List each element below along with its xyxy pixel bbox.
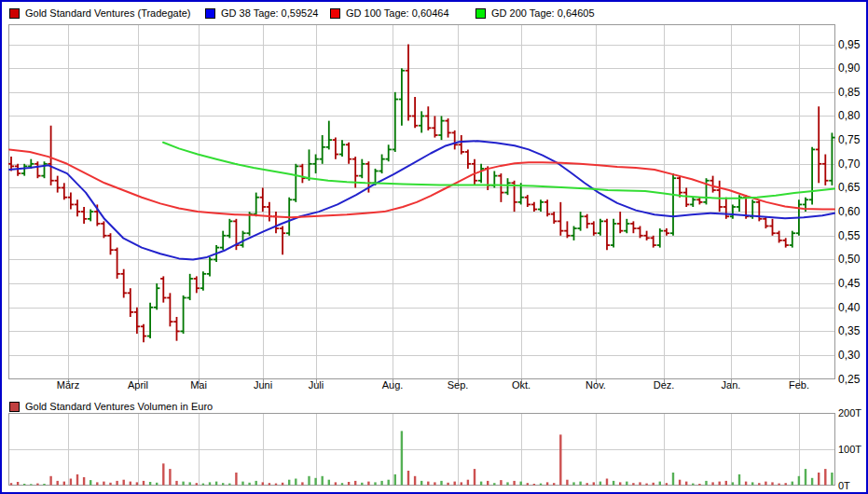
month-axis-label: Juni [241, 379, 285, 391]
price-axis-label: 0,45 [838, 277, 860, 290]
volume-bar [513, 481, 515, 486]
volume-bar [725, 481, 727, 486]
volume-bar [719, 482, 721, 486]
volume-bar [427, 482, 429, 486]
volume-bar [308, 476, 310, 486]
volume-bar [440, 481, 442, 486]
volume-bar [732, 482, 734, 485]
volume-bar [745, 482, 747, 486]
volume-bar [209, 482, 211, 485]
volume-bar [705, 481, 707, 486]
gd38-swatch-icon [205, 8, 215, 19]
volume-bar [90, 480, 91, 485]
volume-bar [202, 484, 204, 486]
volume-bar [255, 481, 257, 486]
volume-bar [162, 463, 164, 485]
volume-bar [527, 483, 529, 485]
legend-item-gd100: GD 100 Tage: 0,60464 [330, 6, 449, 21]
legend-item-gd200: GD 200 Tage: 0,64605 [475, 6, 595, 21]
volume-bar [765, 482, 766, 486]
volume-bar [123, 480, 125, 486]
legend-gd38-label: GD 38 Tage: 0,59524 [221, 7, 318, 19]
month-axis-label: Juli [294, 379, 338, 391]
volume-bar [792, 482, 793, 486]
legend-item-gd38: GD 38 Tage: 0,59524 [205, 6, 318, 21]
volume-bar [474, 469, 475, 485]
volume-bar [506, 482, 508, 485]
volume-bar [632, 483, 634, 485]
price-axis-label: 0,30 [838, 349, 860, 362]
volume-bar [275, 484, 277, 486]
volume-bar [434, 482, 435, 485]
volume-bar [361, 483, 363, 486]
volume-bar [533, 484, 535, 486]
price-axis-label: 0,65 [838, 181, 860, 194]
volume-bar [606, 479, 608, 486]
volume-bar [771, 482, 773, 485]
volume-bar [645, 484, 647, 486]
volume-bar [335, 482, 337, 485]
volume-bar [785, 483, 787, 485]
volume-bar [235, 473, 237, 486]
volume-bar [593, 482, 595, 485]
volume-bar [679, 480, 681, 486]
volume-bar [228, 484, 230, 486]
gd100-swatch-icon [330, 8, 340, 19]
volume-bar [322, 476, 324, 486]
volume-bar [659, 482, 661, 486]
price-axis-label: 0,95 [838, 38, 860, 51]
volume-bar [380, 481, 382, 486]
price-axis-label: 0,90 [838, 62, 860, 75]
volume-bar [487, 481, 489, 486]
volume-bar [30, 484, 32, 485]
volume-bar [566, 480, 568, 486]
volume-bar [778, 484, 779, 486]
volume-swatch-icon [9, 402, 20, 412]
price-axis-label: 0,70 [838, 158, 860, 171]
volume-bar [619, 482, 621, 485]
volume-axis-label: 0T [838, 480, 850, 492]
volume-bar [672, 473, 674, 486]
month-axis-label: Aug. [370, 379, 415, 391]
volume-bar [751, 482, 753, 485]
legend-item-symbol: Gold Standard Ventures (Tradegate) [9, 6, 191, 21]
volume-bar [394, 474, 396, 486]
volume-bar [698, 484, 700, 486]
volume-chart-plot [8, 413, 835, 486]
volume-bar [36, 484, 38, 486]
volume-bar [314, 478, 316, 486]
legend-gd200-label: GD 200 Tage: 0,64605 [491, 7, 595, 19]
volume-bar [103, 482, 104, 486]
volume-bar [553, 483, 555, 485]
price-axis-label: 0,85 [838, 86, 860, 99]
volume-bar [295, 479, 296, 486]
price-axis-label: 0,80 [838, 109, 860, 122]
volume-bar [189, 482, 191, 485]
volume-bar [109, 483, 111, 486]
volume-bar [63, 482, 65, 486]
volume-bar [540, 484, 542, 486]
price-plot-border [9, 25, 835, 379]
price-axis-label: 0,40 [838, 301, 860, 314]
volume-bar [182, 482, 184, 486]
volume-bar [414, 476, 416, 486]
volume-bar [70, 479, 72, 486]
volume-bar [692, 484, 694, 486]
volume-bar [130, 482, 131, 486]
volume-bar [328, 480, 330, 486]
price-axis-label: 0,55 [838, 229, 860, 242]
month-axis-label: Mai [176, 379, 221, 391]
month-axis-label: Dez. [641, 379, 686, 391]
volume-bar [758, 483, 760, 485]
legend-symbol-label: Gold Standard Ventures (Tradegate) [25, 7, 191, 19]
volume-bar [738, 474, 740, 486]
volume-bar [493, 483, 495, 485]
volume-bar [420, 481, 422, 486]
volume-bar [348, 482, 350, 486]
volume-bar [639, 482, 641, 485]
volume-bar [407, 471, 409, 486]
volume-bar [196, 483, 198, 485]
volume-bar [454, 482, 456, 486]
volume-bar [520, 482, 522, 486]
volume-bar [269, 483, 270, 485]
